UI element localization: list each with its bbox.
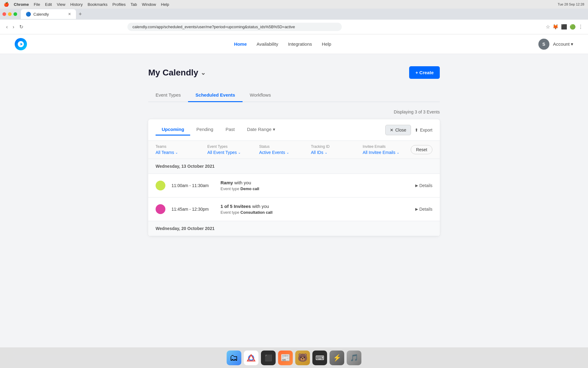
menu-history[interactable]: History — [70, 2, 82, 7]
dock-misc1-icon[interactable]: ⚡ — [330, 351, 344, 365]
event-type-name-2: Consultation call — [240, 210, 273, 215]
nav-home[interactable]: Home — [234, 41, 247, 47]
event-time-2: 11:45am - 12:30pm — [172, 207, 221, 212]
header-right: S Account ▾ — [538, 39, 573, 50]
menu-edit[interactable]: Edit — [45, 2, 52, 7]
filter-tabs-row: Upcoming Pending Past Date Range ▾ ✕ Clo… — [148, 119, 440, 141]
close-button[interactable]: ✕ Close — [385, 125, 411, 135]
back-button[interactable]: ‹ — [5, 23, 9, 31]
filter-tab-pending[interactable]: Pending — [190, 124, 219, 136]
teams-select[interactable]: All Teams ⌄ — [156, 150, 200, 155]
event-info-1: Ramy with you Event type Demo call — [221, 180, 415, 191]
page-title-row: My Calendly ⌄ + Create — [148, 66, 440, 79]
event-color-dot-1 — [156, 181, 165, 190]
create-button[interactable]: + Create — [409, 66, 440, 79]
reset-button[interactable]: Reset — [411, 145, 432, 154]
profile-icon[interactable]: 🟢 — [570, 24, 576, 30]
event-row: 11:00am - 11:30am Ramy with you Event ty… — [148, 174, 440, 197]
filter-status: Status Active Events ⌄ — [255, 144, 307, 155]
status-select[interactable]: Active Events ⌄ — [259, 150, 303, 155]
window-close[interactable] — [2, 12, 6, 16]
details-arrow-icon-2: ▶ — [415, 207, 418, 211]
filter-event-types: Event Types All Event Types ⌄ — [204, 144, 255, 155]
new-tab-button[interactable]: + — [76, 10, 85, 18]
active-tab[interactable]: 🔵 Calendly ✕ — [21, 9, 76, 19]
apple-logo[interactable]: 🍎 — [4, 2, 9, 7]
nav-availability[interactable]: Availability — [257, 41, 278, 47]
event-type-name-1: Demo call — [240, 186, 259, 191]
menu-bookmarks[interactable]: Bookmarks — [88, 2, 107, 7]
extension-icon-1[interactable]: 🦊 — [552, 24, 559, 30]
tracking-id-select[interactable]: All IDs ⌄ — [311, 150, 355, 155]
tab-event-types[interactable]: Event Types — [148, 89, 188, 102]
date-range-chevron-icon: ▾ — [273, 127, 275, 132]
window-minimize[interactable] — [8, 12, 12, 16]
filter-tab-past[interactable]: Past — [219, 124, 241, 136]
details-arrow-icon-1: ▶ — [415, 183, 418, 188]
menu-tab[interactable]: Tab — [130, 2, 137, 7]
date-header-1: Wednesday, 13 October 2021 — [148, 159, 440, 174]
event-info-2: 1 of 5 Invitees with you Event type Cons… — [221, 204, 415, 215]
details-button-2[interactable]: ▶ Details — [415, 207, 432, 212]
events-panel: Upcoming Pending Past Date Range ▾ ✕ Clo… — [148, 119, 440, 236]
event-types-select[interactable]: All Event Types ⌄ — [207, 150, 252, 155]
export-icon: ⬆ — [415, 128, 418, 132]
page-content: My Calendly ⌄ + Create Event Types Sched… — [141, 54, 447, 248]
event-subtitle-2: Event type Consultation call — [221, 210, 415, 215]
refresh-button[interactable]: ↻ — [18, 23, 24, 31]
export-button[interactable]: ⬆ Export — [415, 128, 432, 132]
menu-view[interactable]: View — [57, 2, 65, 7]
filter-invitee-emails: Invitee Emails All Invitee Emails ⌄ — [359, 144, 411, 155]
dock: 🗂 ⬛ 📰 🐻 ⌨ ⚡ 🎵 — [0, 347, 588, 368]
tracking-id-chevron-icon: ⌄ — [325, 151, 327, 155]
dock-bear-icon[interactable]: 🐻 — [295, 351, 310, 365]
filter-tab-upcoming[interactable]: Upcoming — [156, 124, 190, 136]
menu-help[interactable]: Help — [161, 2, 169, 7]
event-row-2: 11:45am - 12:30pm 1 of 5 Invitees with y… — [148, 197, 440, 221]
mac-os-bar: 🍎 Chrome File Edit View History Bookmark… — [0, 0, 588, 9]
address-bar: ‹ › ↻ ☆ 🦊 ⬛ 🟢 ⋮ — [0, 20, 588, 34]
tab-scheduled-events[interactable]: Scheduled Events — [188, 89, 242, 102]
dock-chrome-icon[interactable] — [244, 351, 258, 365]
address-icons: ☆ 🦊 ⬛ 🟢 ⋮ — [546, 24, 583, 30]
menu-window[interactable]: Window — [142, 2, 156, 7]
tab-close-button[interactable]: ✕ — [68, 12, 71, 16]
event-color-dot-2 — [156, 204, 165, 214]
dock-terminal-icon[interactable]: ⬛ — [261, 351, 276, 365]
menu-file[interactable]: File — [34, 2, 40, 7]
bookmark-icon[interactable]: ☆ — [546, 24, 550, 30]
tab-workflows[interactable]: Workflows — [243, 89, 278, 102]
dock-finder-icon[interactable]: 🗂 — [227, 351, 241, 365]
dock-iterm-icon[interactable]: ⌨ — [312, 351, 327, 365]
invitee-emails-select[interactable]: All Invitee Emails ⌄ — [363, 150, 407, 155]
extension-icon-2[interactable]: ⬛ — [561, 24, 567, 30]
chrome-tab-bar: 🔵 Calendly ✕ + — [0, 9, 588, 20]
dock-misc2-icon[interactable]: 🎵 — [347, 351, 361, 365]
page-title[interactable]: My Calendly ⌄ — [148, 68, 206, 78]
user-avatar[interactable]: S — [538, 39, 549, 50]
address-input[interactable] — [127, 23, 342, 31]
menu-profiles[interactable]: Profiles — [112, 2, 126, 7]
display-count: Displaying 3 of 3 Events — [148, 109, 440, 114]
window-maximize[interactable] — [13, 12, 17, 16]
filter-actions: ✕ Close ⬆ Export — [385, 125, 432, 135]
event-invitee-name-1: Ramy — [221, 180, 233, 185]
page-tabs: Event Types Scheduled Events Workflows — [148, 89, 440, 102]
nav-integrations[interactable]: Integrations — [288, 41, 312, 47]
event-title-1: Ramy with you — [221, 180, 415, 185]
menu-dots-icon[interactable]: ⋮ — [578, 24, 583, 30]
nav-help[interactable]: Help — [322, 41, 331, 47]
logo[interactable] — [15, 38, 27, 50]
filter-tab-date-range[interactable]: Date Range ▾ — [241, 124, 281, 136]
menu-chrome[interactable]: Chrome — [14, 2, 29, 7]
event-type-prefix-2: Event type — [221, 210, 240, 215]
date-header-2: Wednesday, 20 October 2021 — [148, 221, 440, 236]
filter-tabs: Upcoming Pending Past Date Range ▾ — [156, 124, 281, 136]
dock-reeder-icon[interactable]: 📰 — [278, 351, 293, 365]
mac-status-bar: Tue 28 Sep 12:28 — [558, 2, 584, 6]
details-button-1[interactable]: ▶ Details — [415, 183, 432, 188]
forward-button[interactable]: › — [11, 23, 15, 31]
app-header: Home Availability Integrations Help S Ac… — [0, 34, 588, 54]
filter-teams: Teams All Teams ⌄ — [156, 144, 204, 155]
account-button[interactable]: Account ▾ — [553, 41, 573, 47]
